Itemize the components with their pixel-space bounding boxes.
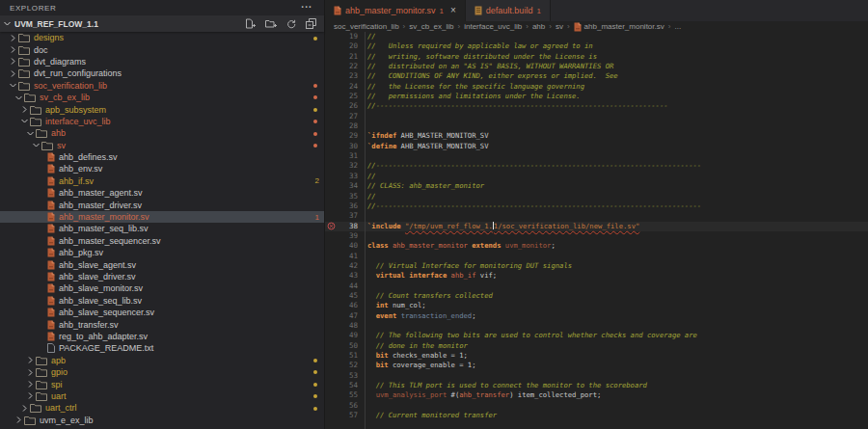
tree-item-doc[interactable]: doc [0,43,324,55]
code-line-40[interactable]: 40class ahb_master_monitor extends uvm_m… [325,241,868,251]
tree-item-label: ahb_if.sv [59,176,94,186]
code-line-25[interactable]: 25// permissions and limitations under t… [325,92,868,101]
tree-item-ahb_master_driver.sv[interactable]: ahb_master_driver.sv [0,199,324,210]
tree-item-ahb_if.sv[interactable]: ahb_if.sv2 [0,175,324,187]
code-line-29[interactable]: 29`ifndef AHB_MASTER_MONITOR_SV [325,131,868,141]
tree-item-ahb_slave_seq_lib.sv[interactable]: ahb_slave_seq_lib.sv [0,295,324,307]
code-line-44[interactable]: 44 [325,282,868,291]
code-line-53[interactable]: 53 [325,371,868,381]
tree-item-ahb_slave_driver.sv[interactable]: ahb_slave_driver.sv [0,271,324,282]
tree-item-PACKAGE_README.txt[interactable]: PACKAGE_README.txt [0,342,324,354]
code-line-54[interactable]: 54 // This TLM port is used to connect t… [325,381,868,390]
tree-item-uart_ctrl[interactable]: uart_ctrl [0,402,324,414]
tree-item-ahb_slave_sequencer.sv[interactable]: ahb_slave_sequencer.sv [0,307,324,318]
code-line-24[interactable]: 24// the License for the specific langua… [325,82,868,92]
tree-item-ahb_master_agent.sv[interactable]: ahb_master_agent.sv [0,187,324,199]
chevron-right-icon [9,57,17,66]
code-line-46[interactable]: 46 int num_col; [325,301,868,310]
more-actions-icon[interactable]: ··· [301,4,312,12]
new-file-button[interactable] [245,18,256,29]
code-line-20[interactable]: 20// Unless required by applicable law o… [325,41,868,51]
tree-item-uvm_e_ex_lib[interactable]: uvm_e_ex_lib [0,415,324,426]
file-sv-icon [47,164,55,174]
code-line-35[interactable]: 35// [325,192,868,201]
tree-item-reg_to_ahb_adapter.sv[interactable]: reg_to_ahb_adapter.sv [0,331,324,342]
breadcrumb-item-ahb_master_monitor.sv[interactable]: ahb_master_monitor.sv [574,22,665,32]
tree-item-dvt_run_configurations[interactable]: dvt_run_configurations [0,67,324,79]
code-line-41[interactable]: 41 [325,252,868,261]
tree-item-dvt_diagrams[interactable]: dvt_diagrams [0,56,324,67]
folder-icon [36,128,47,138]
chevron-right-icon [26,391,35,400]
code-line-51[interactable]: 51 bit checks_enable = 1; [325,351,868,361]
explorer-section-header[interactable]: UVM_REF_FLOW_1.1 [0,15,324,32]
code-line-30[interactable]: 30`define AHB_MASTER_MONITOR_SV [325,142,868,151]
line-number: 39 [338,231,358,241]
code-line-27[interactable]: 27 [325,112,868,121]
code-line-42[interactable]: 42 // Virtual Interface for monitoring D… [325,261,868,271]
code-line-28[interactable]: 28 [325,121,868,131]
code-area[interactable]: 19//20// Unless required by applicable l… [325,32,868,429]
tab-problems-badge: 1 [536,7,540,15]
tree-item-ahb_slave_monitor.sv[interactable]: ahb_slave_monitor.sv [0,282,324,294]
tree-item-soc_verification_lib[interactable]: soc_verification_lib [0,80,324,92]
tree-item-ahb_pkg.sv[interactable]: ahb_pkg.sv [0,247,324,258]
tab-default.build[interactable]: default.build1 [466,0,551,21]
code-line-23[interactable]: 23// CONDITIONS OF ANY KIND, either expr… [325,71,868,81]
tree-item-designs[interactable]: designs [0,32,324,43]
code-line-26[interactable]: 26//------------------------------------… [325,101,868,111]
breadcrumb-label: ahb_master_monitor.sv [584,22,665,31]
breadcrumb-item-sv_cb_ex_lib[interactable]: sv_cb_ex_lib [409,22,453,31]
tree-item-ahb[interactable]: ahb [0,127,324,139]
code-line-50[interactable]: 50 // done in the monitor [325,341,868,351]
code-line-32[interactable]: 32//------------------------------------… [325,161,868,171]
code-line-43[interactable]: 43 virtual interface ahb_if vif; [325,271,868,281]
file-sv-icon [47,283,55,293]
code-line-22[interactable]: 22// distributed on an "AS IS" BASIS, WI… [325,62,868,71]
breadcrumb-item-interface_uvc_lib[interactable]: interface_uvc_lib [464,22,522,31]
code-line-52[interactable]: 52 bit coverage_enable = 1; [325,361,868,370]
breadcrumb-item-ahb[interactable]: ahb [532,22,545,31]
code-line-19[interactable]: 19// [325,32,868,41]
tree-item-interface_uvc_lib[interactable]: interface_uvc_lib [0,116,324,127]
chevron-right-icon [14,416,23,424]
code-line-36[interactable]: 36//------------------------------------… [325,201,868,211]
tree-item-sv[interactable]: sv [0,140,324,151]
tree-item-ahb_env.sv[interactable]: ahb_env.sv [0,163,324,174]
tree-item-ahb_transfer.sv[interactable]: ahb_transfer.sv [0,318,324,330]
breadcrumb-item-soc_verification_lib[interactable]: soc_verification_lib [334,22,399,31]
collapse-all-button[interactable] [306,18,316,29]
tree-item-apb[interactable]: apb [0,355,324,366]
code-line-55[interactable]: 55 uvm_analysis_port #(ahb_transfer) ite… [325,390,868,400]
tree-item-gpio[interactable]: gpio [0,366,324,378]
close-icon[interactable]: × [450,6,456,15]
tree-item-ahb_master_seq_lib.sv[interactable]: ahb_master_seq_lib.sv [0,223,324,234]
code-line-21[interactable]: 21// writing, software distributed under… [325,52,868,62]
tree-item-uart[interactable]: uart [0,390,324,402]
code-line-37[interactable]: 37 [325,211,868,221]
code-line-33[interactable]: 33// [325,172,868,181]
code-line-48[interactable]: 48 [325,321,868,331]
code-line-49[interactable]: 49 // The following two bits are used to… [325,331,868,340]
new-folder-button[interactable] [265,18,277,29]
tab-ahb_master_monitor.sv[interactable]: ahb_master_monitor.sv1× [325,0,466,21]
tree-item-label: ahb_transfer.sv [59,320,119,330]
breadcrumb-item-sv[interactable]: sv [556,22,563,31]
tree-item-ahb_master_sequencer.sv[interactable]: ahb_master_sequencer.sv [0,235,324,247]
code-line-45[interactable]: 45 // Count transfers collected [325,291,868,301]
tree-item-ahb_defines.sv[interactable]: ahb_defines.sv [0,151,324,163]
refresh-button[interactable] [286,19,296,29]
code-line-56[interactable]: 56 [325,401,868,411]
tree-item-sv_cb_ex_lib[interactable]: sv_cb_ex_lib [0,92,324,103]
code-line-39[interactable]: 39 [325,231,868,241]
tree-item-ahb_slave_agent.sv[interactable]: ahb_slave_agent.sv [0,258,324,270]
code-line-31[interactable]: 31 [325,151,868,161]
breadcrumb-item-...[interactable]: ... [674,22,681,31]
tree-item-spi[interactable]: spi [0,378,324,389]
code-line-57[interactable]: 57 // Current monitored transfer [325,411,868,420]
code-line-34[interactable]: 34// CLASS: ahb_master_monitor [325,181,868,191]
code-line-38[interactable]: 38`include "/tmp/uvm_ref_flow_1.1/soc_ve… [325,222,868,231]
tree-item-ahb_master_monitor.sv[interactable]: ahb_master_monitor.sv1 [0,211,324,223]
tree-item-apb_subsystem[interactable]: apb_subsystem [0,103,324,115]
code-line-47[interactable]: 47 event transaction_ended; [325,311,868,321]
